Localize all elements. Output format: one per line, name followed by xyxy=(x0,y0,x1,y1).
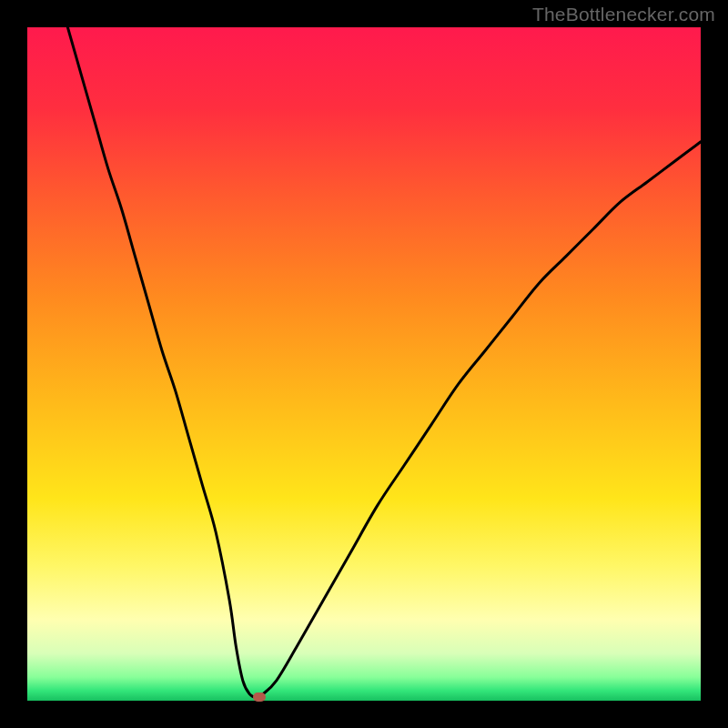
optimal-point-marker xyxy=(253,693,266,702)
attribution-text: TheBottlenecker.com xyxy=(532,4,715,25)
bottleneck-curve xyxy=(27,27,701,701)
plot-area xyxy=(27,27,701,701)
